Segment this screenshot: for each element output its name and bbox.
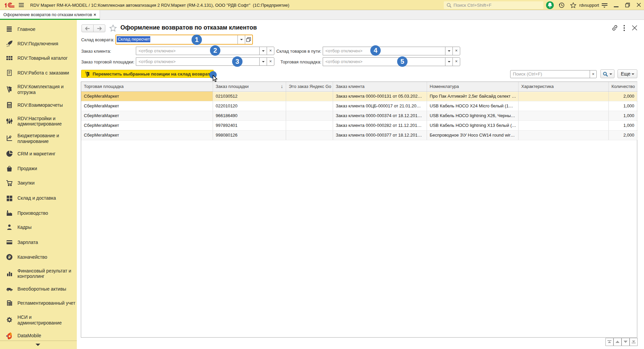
svg-text:₽: ₽ — [8, 255, 11, 259]
svg-text:₽: ₽ — [10, 136, 11, 138]
